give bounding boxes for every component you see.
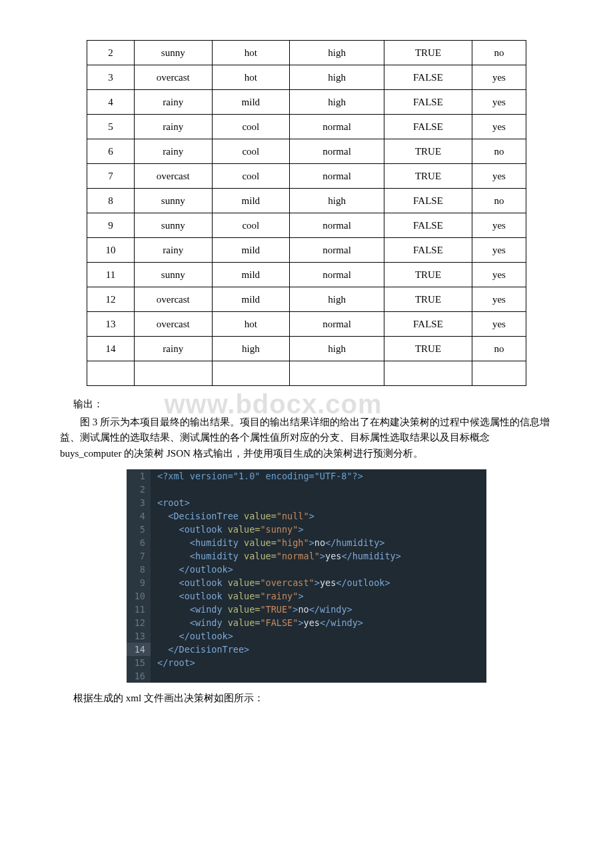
table-cell: 2 xyxy=(87,41,135,65)
footer-caption: 根据生成的 xml 文件画出决策树如图所示： xyxy=(73,692,553,705)
table-cell: normal xyxy=(290,139,384,164)
table-row: 3overcasthothighFALSEyes xyxy=(87,65,526,90)
table-cell: high xyxy=(290,189,384,213)
table-cell: cool xyxy=(212,115,290,139)
table-cell: yes xyxy=(472,263,526,287)
table-cell: sunny xyxy=(134,41,212,65)
table-cell: high xyxy=(290,65,384,90)
table-row: 10rainymildnormalFALSEyes xyxy=(87,238,526,263)
table-cell: FALSE xyxy=(384,90,472,115)
table-cell xyxy=(134,361,212,386)
table-cell: yes xyxy=(472,312,526,337)
table-cell: TRUE xyxy=(384,337,472,361)
table-cell: hot xyxy=(212,312,290,337)
table-cell: yes xyxy=(472,115,526,139)
table-cell: overcast xyxy=(134,65,212,90)
table-cell: mild xyxy=(212,189,290,213)
table-cell: overcast xyxy=(134,287,212,312)
table-cell: mild xyxy=(212,263,290,287)
table-cell: normal xyxy=(290,238,384,263)
table-cell: normal xyxy=(290,312,384,337)
table-row: 9sunnycoolnormalFALSEyes xyxy=(87,213,526,238)
table-cell xyxy=(87,361,135,386)
table-cell: hot xyxy=(212,65,290,90)
data-table: 2sunnyhothighTRUEno3overcasthothighFALSE… xyxy=(87,40,526,386)
table-cell: yes xyxy=(472,213,526,238)
table-cell: TRUE xyxy=(384,287,472,312)
table-cell: 14 xyxy=(87,337,135,361)
table-cell: rainy xyxy=(134,337,212,361)
table-cell: rainy xyxy=(134,238,212,263)
table-cell: yes xyxy=(472,164,526,189)
table-row: 14rainyhighhighTRUEno xyxy=(87,337,526,361)
table-cell: 4 xyxy=(87,90,135,115)
table-cell: TRUE xyxy=(384,164,472,189)
table-cell: mild xyxy=(212,238,290,263)
table-cell: no xyxy=(472,139,526,164)
table-cell xyxy=(212,361,290,386)
xml-code-block: 1<?xml version="1.0" encoding="UTF-8"?>2… xyxy=(127,469,486,683)
table-cell: 9 xyxy=(87,213,135,238)
table-cell: sunny xyxy=(134,189,212,213)
table-cell: high xyxy=(290,90,384,115)
table-cell: normal xyxy=(290,213,384,238)
table-row: 13overcasthotnormalFALSEyes xyxy=(87,312,526,337)
table-cell: TRUE xyxy=(384,41,472,65)
table-cell: 11 xyxy=(87,263,135,287)
table-cell: no xyxy=(472,41,526,65)
table-cell: cool xyxy=(212,213,290,238)
table-cell: no xyxy=(472,337,526,361)
table-cell: normal xyxy=(290,263,384,287)
table-cell: mild xyxy=(212,90,290,115)
table-cell: FALSE xyxy=(384,115,472,139)
table-cell: high xyxy=(290,41,384,65)
table-cell: sunny xyxy=(134,263,212,287)
table-cell: high xyxy=(290,287,384,312)
table-cell: cool xyxy=(212,164,290,189)
table-row xyxy=(87,361,526,386)
table-row: 4rainymildhighFALSEyes xyxy=(87,90,526,115)
table-cell: overcast xyxy=(134,164,212,189)
table-cell: FALSE xyxy=(384,238,472,263)
table-row: 6rainycoolnormalTRUEno xyxy=(87,139,526,164)
table-cell: yes xyxy=(472,287,526,312)
table-cell: rainy xyxy=(134,115,212,139)
table-cell: yes xyxy=(472,238,526,263)
table-cell: 5 xyxy=(87,115,135,139)
table-cell: rainy xyxy=(134,139,212,164)
table-cell: normal xyxy=(290,164,384,189)
table-row: 7overcastcoolnormalTRUEyes xyxy=(87,164,526,189)
table-cell: TRUE xyxy=(384,263,472,287)
table-cell: yes xyxy=(472,65,526,90)
table-cell: FALSE xyxy=(384,213,472,238)
table-cell: no xyxy=(472,189,526,213)
table-row: 11sunnymildnormalTRUEyes xyxy=(87,263,526,287)
table-cell: 12 xyxy=(87,287,135,312)
table-cell: rainy xyxy=(134,90,212,115)
table-cell xyxy=(472,361,526,386)
table-row: 8sunnymildhighFALSEno xyxy=(87,189,526,213)
table-cell: hot xyxy=(212,41,290,65)
description-paragraph: 图 3 所示为本项目最终的输出结果。项目的输出结果详细的给出了在构建决策树的过程… xyxy=(60,415,553,461)
table-cell: 8 xyxy=(87,189,135,213)
table-cell: FALSE xyxy=(384,65,472,90)
table-row: 2sunnyhothighTRUEno xyxy=(87,41,526,65)
table-cell: sunny xyxy=(134,213,212,238)
table-cell: 13 xyxy=(87,312,135,337)
table-cell xyxy=(290,361,384,386)
table-cell: cool xyxy=(212,139,290,164)
table-cell xyxy=(384,361,472,386)
table-cell: 3 xyxy=(87,65,135,90)
table-cell: high xyxy=(290,337,384,361)
table-cell: normal xyxy=(290,115,384,139)
table-cell: mild xyxy=(212,287,290,312)
table-row: 5rainycoolnormalFALSEyes xyxy=(87,115,526,139)
table-cell: FALSE xyxy=(384,312,472,337)
table-cell: 10 xyxy=(87,238,135,263)
table-cell: overcast xyxy=(134,312,212,337)
table-cell: 6 xyxy=(87,139,135,164)
table-cell: TRUE xyxy=(384,139,472,164)
table-cell: high xyxy=(212,337,290,361)
output-label: 输出： xyxy=(73,398,553,411)
table-cell: 7 xyxy=(87,164,135,189)
